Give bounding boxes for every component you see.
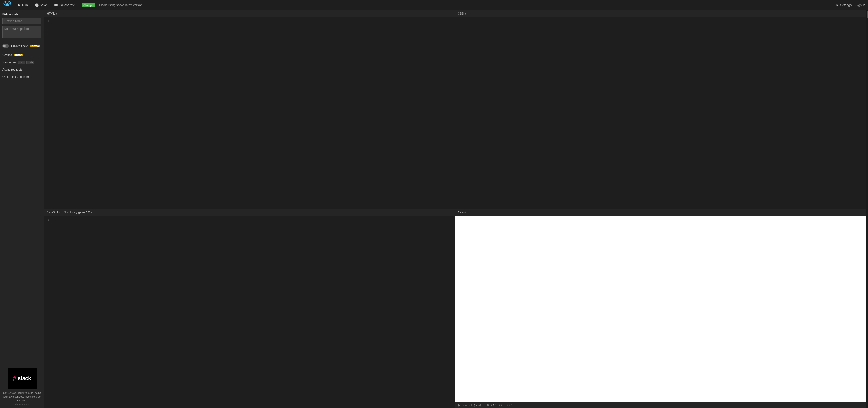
console-arrow-icon: ▶ — [458, 403, 460, 407]
svg-point-7 — [837, 5, 838, 6]
private-fiddle-row: Private fiddle EXTRA — [0, 43, 44, 49]
result-label: Result — [458, 211, 466, 214]
ad-text: Get 50% off Slack Pro. Slack helps you s… — [2, 391, 41, 402]
css-dropdown-arrow[interactable]: ▾ — [465, 12, 466, 15]
console-log-count: 0 — [511, 404, 512, 407]
sidebar: Fiddle meta Private fiddle EXTRA Groups … — [0, 10, 44, 408]
console-error-group: 0 — [499, 404, 504, 407]
css-line-1: 1 — [458, 19, 460, 23]
fiddle-meta-title: Fiddle meta — [2, 12, 41, 16]
html-editor-header[interactable]: HTML ▾ — [44, 10, 455, 17]
html-editor-pane: HTML ▾ 1 — [44, 10, 455, 209]
cdnjs-badge: cdnjs — [26, 61, 34, 64]
other-label: Other (links, license) — [2, 75, 29, 78]
js-editor-pane: JavaScript + No-Library (pure JS) ▾ 1 — [44, 209, 455, 408]
topnav: Run Save Collaborate Change Fiddle listi… — [0, 0, 868, 10]
svg-marker-3 — [18, 4, 21, 6]
sidebar-item-resources[interactable]: Resources URL cdnjs — [0, 59, 44, 66]
console-info-icon — [484, 404, 486, 406]
toggle-knob — [3, 44, 6, 47]
html-line-1: 1 — [47, 19, 49, 23]
console-log-group: 0 — [507, 404, 512, 407]
private-label: Private fiddle — [11, 44, 28, 48]
console-info-count: 0 — [487, 404, 489, 407]
css-label: CSS — [458, 12, 464, 15]
sidebar-item-other[interactable]: Other (links, license) — [0, 73, 44, 80]
fiddle-description-input[interactable] — [2, 26, 41, 38]
css-editor-header[interactable]: CSS ▾ — [455, 10, 866, 17]
console-bar: ▶ Console (beta) 0 0 0 0 — [455, 402, 866, 408]
ad-image: # slack — [7, 368, 37, 389]
logo[interactable] — [3, 0, 12, 10]
right-scrollbar[interactable] — [866, 10, 868, 408]
change-badge: Change — [82, 3, 95, 7]
collaborate-button[interactable]: Collaborate — [53, 2, 77, 8]
main-layout: Fiddle meta Private fiddle EXTRA Groups … — [0, 10, 868, 408]
sidebar-ad[interactable]: # slack Get 50% off Slack Pro. Slack hel… — [0, 365, 44, 408]
slack-logo: # slack — [13, 375, 31, 382]
js-dropdown-arrow[interactable]: ▾ — [91, 211, 92, 214]
run-button[interactable]: Run — [16, 2, 29, 8]
console-warn-icon — [492, 404, 494, 406]
console-warn-group: 0 — [492, 404, 496, 407]
js-editor-body[interactable]: 1 — [44, 216, 455, 408]
js-line-1: 1 — [47, 218, 49, 222]
console-label[interactable]: Console (beta) — [463, 404, 481, 407]
signin-button[interactable]: Sign in — [856, 3, 865, 7]
js-label: JavaScript + No-Library (pure JS) — [47, 211, 90, 214]
console-error-count: 0 — [503, 404, 504, 407]
resources-label: Resources — [2, 61, 16, 64]
private-extra-badge: EXTRA — [30, 44, 40, 47]
console-log-icon — [507, 404, 510, 406]
slack-hash-icon: # — [13, 375, 16, 382]
async-label: Async requests — [2, 68, 22, 71]
html-label: HTML — [47, 12, 55, 15]
result-pane: Result ▶ Console (beta) 0 0 0 — [455, 209, 866, 408]
result-header: Result — [455, 209, 866, 216]
change-description: Fiddle listing shows latest version — [99, 3, 143, 7]
save-button[interactable]: Save — [34, 2, 49, 8]
svg-point-2 — [6, 2, 8, 4]
console-info-group: 0 — [484, 404, 489, 407]
console-error-icon — [499, 404, 502, 406]
ads-via: ads via Carbon — [2, 403, 41, 406]
sidebar-item-async[interactable]: Async requests — [0, 66, 44, 73]
fiddle-meta-section: Fiddle meta — [0, 10, 44, 43]
html-dropdown-arrow[interactable]: ▾ — [56, 12, 57, 15]
css-editor-body[interactable]: 1 — [455, 17, 866, 209]
groups-extra-badge: EXTRA — [14, 54, 23, 57]
settings-button[interactable]: Settings — [836, 3, 851, 7]
console-warn-count: 0 — [495, 404, 496, 407]
editors-grid: HTML ▾ 1 CSS ▾ 1 JavaScript + No-Library… — [44, 10, 866, 408]
scrollbar-thumb — [867, 11, 868, 19]
result-body — [455, 216, 866, 402]
svg-point-5 — [36, 4, 37, 6]
groups-label: Groups — [2, 53, 12, 57]
css-editor-pane: CSS ▾ 1 — [455, 10, 866, 209]
divider-1 — [0, 50, 44, 50]
private-toggle[interactable] — [2, 44, 9, 48]
html-editor-body[interactable]: 1 — [44, 17, 455, 209]
url-badge: URL — [18, 61, 25, 64]
sidebar-item-groups[interactable]: Groups EXTRA — [0, 52, 44, 59]
fiddle-title-input[interactable] — [2, 18, 41, 24]
js-editor-header[interactable]: JavaScript + No-Library (pure JS) ▾ — [44, 209, 455, 216]
nav-right: Settings Sign in — [836, 3, 865, 7]
slack-name-text: slack — [18, 375, 31, 382]
